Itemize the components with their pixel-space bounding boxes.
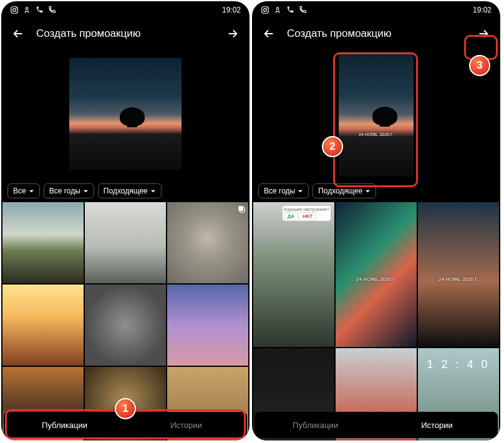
badge-3: 3 (469, 55, 490, 76)
arrow-right-icon (226, 27, 240, 41)
chevron-down-icon (150, 188, 156, 194)
preview-overlay-text: 24 НОЯБ. 2020 Г. (339, 132, 414, 137)
preview-area: 24 НОЯБ. 2020 Г. (252, 49, 500, 180)
status-bar: 19:02 (1, 1, 250, 19)
story-overlay-text: 24 НОЯБ. 2020 Г. (418, 276, 499, 282)
ok-icon (273, 6, 282, 14)
svg-point-2 (16, 7, 17, 8)
chevron-down-icon (29, 188, 34, 194)
story-cell[interactable]: 24 НОЯБ. 2020 Г. (336, 202, 417, 347)
phone-icon (35, 6, 44, 14)
filter-all-years[interactable]: Все годы (258, 183, 309, 198)
instagram-icon (10, 6, 19, 14)
tab-stories[interactable]: Истории (376, 412, 498, 438)
tab-posts[interactable]: Публикации (254, 412, 376, 438)
arrow-right-icon (477, 27, 490, 41)
viber-icon (47, 6, 56, 14)
grid-cell[interactable] (2, 285, 84, 366)
badge-1: 1 (115, 398, 136, 419)
preview-image[interactable] (69, 58, 182, 170)
story-cell[interactable]: Хорошее настроение? ДА НЕТ (253, 202, 334, 347)
svg-rect-4 (238, 206, 243, 211)
svg-point-1 (13, 9, 16, 12)
svg-point-7 (264, 9, 267, 12)
status-time: 19:02 (473, 6, 492, 14)
svg-point-8 (267, 7, 268, 8)
chevron-down-icon (83, 188, 89, 194)
poll-no: НЕТ (299, 212, 316, 220)
poll-question: Хорошее настроение? (284, 207, 329, 212)
filter-suitable[interactable]: Подходящее (98, 183, 162, 198)
preview-story[interactable]: 24 НОЯБ. 2020 Г. (339, 52, 414, 177)
next-button[interactable] (222, 23, 243, 44)
grid-cell[interactable] (167, 285, 248, 366)
page-title: Создать промоакцию (287, 27, 465, 40)
arrow-left-icon (11, 27, 25, 41)
svg-point-3 (26, 7, 28, 9)
chip-label: Все (13, 187, 26, 195)
bottom-tabs: Публикации Истории (254, 412, 498, 438)
preview-area (1, 49, 250, 180)
filters-row: Все годы Подходящее (252, 180, 500, 202)
header: Создать промоакцию (252, 19, 500, 49)
status-time: 19:02 (222, 6, 241, 14)
story-overlay-text: 24 НОЯБ. 2020 Г. (336, 276, 417, 282)
next-button[interactable] (473, 23, 494, 44)
grid-cell[interactable] (167, 202, 248, 283)
chevron-down-icon (298, 188, 303, 194)
carousel-icon (237, 205, 246, 213)
back-button[interactable] (7, 23, 29, 44)
ok-icon (22, 6, 31, 14)
stories-grid: Хорошее настроение? ДА НЕТ 24 НОЯБ. 2020… (252, 202, 500, 441)
filter-all[interactable]: Все (7, 183, 40, 198)
chip-label: Все годы (264, 187, 295, 195)
instagram-icon (261, 6, 269, 14)
poll-yes: ДА (284, 212, 298, 220)
phone-icon (286, 6, 294, 14)
chevron-down-icon (365, 188, 371, 194)
grid-cell[interactable] (2, 202, 84, 283)
status-icons-left (10, 6, 56, 14)
phone-left: 19:02 Создать промоакцию Все Все годы По… (1, 1, 250, 441)
tab-stories[interactable]: Истории (125, 412, 247, 438)
story-cell[interactable]: 24 НОЯБ. 2020 Г. (418, 202, 499, 347)
page-title: Создать промоакцию (36, 27, 215, 40)
header: Создать промоакцию (1, 19, 250, 49)
poll-sticker: Хорошее настроение? ДА НЕТ (283, 206, 331, 221)
status-bar: 19:02 (252, 1, 500, 19)
chip-label: Подходящее (318, 187, 362, 195)
chip-label: Все годы (49, 187, 80, 195)
phone-right: 19:02 Создать промоакцию 24 НОЯБ. 2020 Г… (252, 1, 500, 441)
grid-cell[interactable] (85, 285, 166, 366)
grid-cell[interactable] (85, 202, 166, 283)
svg-point-9 (276, 7, 279, 9)
tab-posts[interactable]: Публикации (4, 412, 125, 438)
filters-row: Все Все годы Подходящее (1, 180, 250, 202)
viber-icon (298, 6, 307, 14)
chip-label: Подходящее (104, 187, 148, 195)
story-clock: 1 2 : 4 0 (418, 358, 499, 371)
filter-all-years[interactable]: Все годы (44, 183, 94, 198)
back-button[interactable] (258, 23, 279, 44)
status-icons-left (261, 6, 307, 14)
filter-suitable[interactable]: Подходящее (313, 183, 376, 198)
badge-2: 2 (322, 136, 343, 157)
arrow-left-icon (262, 27, 276, 41)
